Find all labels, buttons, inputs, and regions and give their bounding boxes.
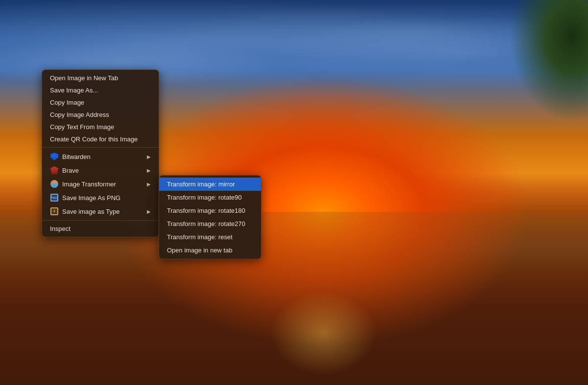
png-icon: PNG [50, 193, 59, 202]
menu-item-brave[interactable]: Brave ▶ [42, 163, 159, 177]
submenu-item-reset[interactable]: Transform image: reset [159, 230, 261, 244]
menu-item-label: Open Image in New Tab [50, 74, 118, 82]
menu-item-bitwarden[interactable]: Bitwarden ▶ [42, 150, 159, 163]
submenu-item-mirror[interactable]: Transform image: mirror [159, 178, 261, 191]
menu-item-inspect[interactable]: Inspect [42, 223, 159, 235]
menu-item-label: Copy Image Address [50, 111, 109, 118]
menu-item-label: Save Image As... [50, 87, 98, 94]
submenu-arrow: ▶ [147, 154, 151, 159]
menu-item-label: Copy Text From Image [50, 123, 114, 131]
menu-item-save-image-as-type[interactable]: ⬇ Save image as Type ▶ [42, 204, 159, 218]
menu-item-label: Save image as Type [62, 208, 120, 215]
menu-item-label: Copy Image [50, 99, 84, 106]
water-overlay [0, 212, 588, 385]
transformer-icon [50, 180, 59, 188]
menu-item-label: Save Image As PNG [62, 194, 120, 202]
context-menu: Open Image in New Tab Save Image As... C… [42, 69, 159, 237]
menu-item-label: Inspect [50, 225, 71, 232]
submenu-arrow: ▶ [147, 168, 151, 173]
submenu-item-label: Transform image: rotate90 [167, 194, 242, 201]
separator-2 [42, 220, 159, 221]
menu-item-copy-image[interactable]: Copy Image [42, 96, 159, 109]
menu-item-label: Create QR Code for this Image [50, 136, 138, 143]
submenu-item-label: Transform image: rotate180 [167, 207, 245, 214]
submenu-item-rotate90[interactable]: Transform image: rotate90 [159, 191, 261, 204]
tree-overlay [510, 0, 588, 122]
menu-item-label: Bitwarden [62, 153, 91, 160]
submenu-arrow: ▶ [147, 181, 151, 187]
bitwarden-icon [50, 152, 59, 161]
submenu-arrow: ▶ [147, 209, 151, 214]
menu-item-create-qr-code[interactable]: Create QR Code for this Image [42, 133, 159, 145]
submenu-item-rotate270[interactable]: Transform image: rotate270 [159, 217, 261, 230]
separator-1 [42, 147, 159, 148]
image-transformer-submenu: Transform image: mirror Transform image:… [159, 175, 261, 259]
menu-item-image-transformer[interactable]: Image Transformer ▶ Transform image: mir… [42, 177, 159, 191]
submenu-item-label: Transform image: mirror [167, 181, 235, 188]
submenu-item-label: Open image in new tab [167, 247, 233, 254]
menu-item-copy-text-from-image[interactable]: Copy Text From Image [42, 121, 159, 133]
menu-item-save-image-as[interactable]: Save Image As... [42, 84, 159, 96]
submenu-item-rotate180[interactable]: Transform image: rotate180 [159, 204, 261, 217]
type-icon: ⬇ [50, 207, 59, 216]
menu-item-label: Brave [62, 167, 79, 174]
menu-item-copy-image-address[interactable]: Copy Image Address [42, 109, 159, 121]
menu-item-open-new-tab[interactable]: Open Image in New Tab [42, 72, 159, 84]
menu-item-save-image-as-png[interactable]: PNG Save Image As PNG [42, 191, 159, 204]
menu-item-label: Image Transformer [62, 181, 116, 188]
submenu-item-label: Transform image: reset [167, 233, 233, 241]
brave-icon [50, 166, 59, 175]
submenu-item-label: Transform image: rotate270 [167, 220, 245, 227]
submenu-item-open-new-tab[interactable]: Open image in new tab [159, 244, 261, 257]
